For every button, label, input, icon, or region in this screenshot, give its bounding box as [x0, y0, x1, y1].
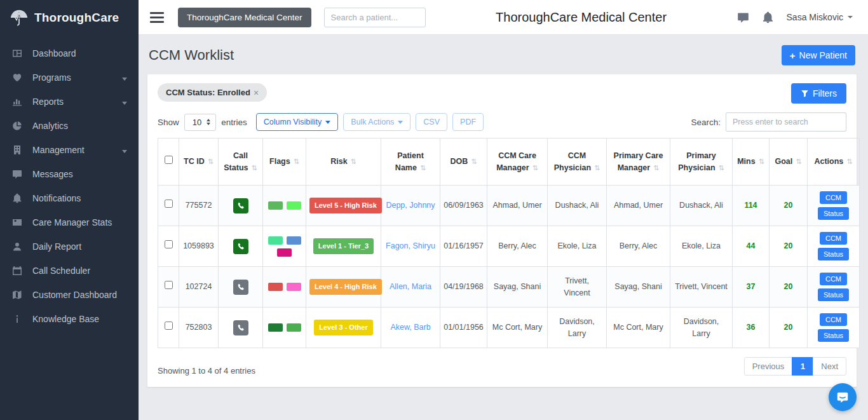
notifications-bell-icon[interactable] [762, 11, 774, 24]
pagination-page-1-button[interactable]: 1 [792, 357, 813, 376]
column-header-call-status[interactable]: Call Status [219, 139, 263, 186]
csv-export-button[interactable]: CSV [416, 113, 447, 131]
sort-icon[interactable] [205, 157, 214, 166]
sidebar-item-management[interactable]: Management [0, 138, 139, 162]
row-checkbox[interactable] [165, 322, 173, 330]
sort-icon[interactable] [248, 163, 257, 172]
patient-name-link[interactable]: Akew, Barb [390, 323, 430, 332]
status-action-button[interactable]: Status [818, 329, 849, 342]
column-header-dob[interactable]: DOB [440, 139, 487, 186]
remove-filter-icon[interactable]: × [254, 88, 259, 97]
sort-icon[interactable] [715, 163, 724, 172]
row-checkbox[interactable] [165, 281, 173, 289]
sort-icon[interactable] [348, 157, 356, 166]
column-header-label: Mins [737, 157, 755, 166]
sidebar-item-call-scheduler[interactable]: Call Scheduler [0, 259, 139, 283]
actions-group: CCMStatus [811, 191, 856, 220]
pagination-previous-button[interactable]: Previous [744, 357, 793, 376]
column-header-patient-name[interactable]: Patient Name [381, 139, 440, 186]
patient-search-input[interactable] [324, 8, 426, 27]
column-header-primary-physician[interactable]: Primary Physician [670, 139, 733, 186]
call-status-phone-icon[interactable] [233, 198, 248, 213]
chat-launcher-button[interactable] [829, 383, 857, 411]
sort-icon[interactable] [591, 163, 600, 172]
hamburger-menu-icon[interactable] [149, 10, 165, 25]
pdf-export-button[interactable]: PDF [452, 113, 484, 131]
column-header-mins[interactable]: Mins [733, 139, 770, 186]
sidebar-item-reports[interactable]: Reports [0, 90, 139, 114]
sidebar-item-analytics[interactable]: Analytics [0, 114, 139, 138]
sidebar-item-daily-report[interactable]: Daily Report [0, 234, 139, 259]
flag-icon[interactable] [287, 283, 301, 291]
org-title: ThoroughCare Medical Center [496, 10, 667, 25]
sort-icon[interactable] [843, 157, 852, 166]
sidebar-item-knowledge-base[interactable]: Knowledge Base [0, 307, 139, 331]
table-search-input[interactable] [726, 112, 846, 132]
column-header-goal[interactable]: Goal [770, 139, 808, 186]
bulk-actions-button[interactable]: Bulk Actions [343, 113, 410, 131]
sort-icon[interactable] [756, 157, 764, 166]
bell-icon [11, 193, 23, 203]
user-menu[interactable]: Sasa Miskovic [787, 12, 853, 22]
sidebar-item-label: Customer Dashboard [32, 290, 117, 300]
column-header-ccm-physician[interactable]: CCM Physician [548, 139, 607, 186]
column-header-tc-id[interactable]: TC ID [179, 139, 219, 186]
row-select-cell [158, 186, 179, 226]
pagination-next-button[interactable]: Next [813, 357, 846, 376]
column-header-primary-care-manager[interactable]: Primary Care Manager [607, 139, 670, 186]
call-status-phone-icon[interactable] [233, 280, 248, 295]
select-all-checkbox[interactable] [165, 156, 173, 164]
row-checkbox[interactable] [165, 200, 173, 208]
risk-cell: Level 3 - Other [306, 308, 381, 348]
column-visibility-button[interactable]: Column Visibility [256, 113, 338, 131]
call-status-phone-icon[interactable] [233, 320, 248, 335]
header-row: TC IDCall StatusFlagsRiskPatient NameDOB… [158, 139, 860, 186]
sort-icon[interactable] [650, 163, 659, 172]
sidebar-item-notifications[interactable]: Notifications [0, 186, 139, 210]
flag-icon[interactable] [268, 283, 283, 291]
flag-icon[interactable] [268, 201, 283, 210]
flag-icon[interactable] [277, 248, 292, 257]
patient-name-link[interactable]: Depp, Johnny [386, 201, 435, 210]
sort-icon[interactable] [468, 157, 477, 166]
brand[interactable]: ThoroughCare [0, 0, 139, 35]
table-row: 1059893Level 1 - Tier_3Fagon, Shiryu01/1… [158, 226, 860, 267]
call-status-phone-icon[interactable] [233, 239, 248, 254]
column-header-label: Goal [775, 157, 792, 166]
row-checkbox[interactable] [165, 240, 173, 248]
patient-name-link[interactable]: Allen, Maria [390, 282, 431, 291]
sidebar-item-customer-dashboard[interactable]: Customer Dashboard [0, 283, 139, 307]
status-action-button[interactable]: Status [818, 288, 849, 301]
ccm-action-button[interactable]: CCM [820, 191, 847, 204]
column-header-flags[interactable]: Flags [263, 139, 306, 186]
column-header-label: Flags [269, 157, 290, 166]
flag-icon[interactable] [268, 323, 283, 332]
ccm-action-button[interactable]: CCM [820, 232, 847, 245]
column-header-ccm-care-manager[interactable]: CCM Care Manager [487, 139, 548, 186]
page-size-select[interactable]: 10 [184, 114, 216, 131]
patient-name-link[interactable]: Fagon, Shiryu [386, 241, 435, 250]
sidebar-item-dashboard[interactable]: Dashboard [0, 41, 139, 65]
sort-icon[interactable] [417, 163, 426, 172]
messages-icon[interactable] [737, 11, 749, 24]
flag-icon[interactable] [287, 323, 301, 332]
ccm-action-button[interactable]: CCM [820, 273, 847, 285]
actions-cell: CCMStatus [808, 186, 860, 226]
sidebar-item-care-manager-stats[interactable]: Care Manager Stats [0, 210, 139, 234]
sidebar-item-messages[interactable]: Messages [0, 162, 139, 186]
status-action-button[interactable]: Status [818, 248, 849, 261]
new-patient-button[interactable]: + New Patient [782, 45, 855, 65]
column-header-risk[interactable]: Risk [306, 139, 381, 186]
filters-button[interactable]: Filters [791, 83, 846, 104]
column-header-actions[interactable]: Actions [808, 139, 860, 186]
sort-icon[interactable] [792, 157, 801, 166]
flag-icon[interactable] [287, 201, 301, 210]
flag-icon[interactable] [287, 236, 301, 245]
sidebar-item-programs[interactable]: Programs [0, 65, 139, 90]
ccm-action-button[interactable]: CCM [820, 313, 847, 326]
sort-icon[interactable] [290, 157, 299, 166]
sort-icon[interactable] [529, 163, 538, 172]
org-selector-button[interactable]: ThoroughCare Medical Center [178, 8, 311, 27]
status-action-button[interactable]: Status [818, 207, 849, 220]
flag-icon[interactable] [268, 236, 283, 245]
